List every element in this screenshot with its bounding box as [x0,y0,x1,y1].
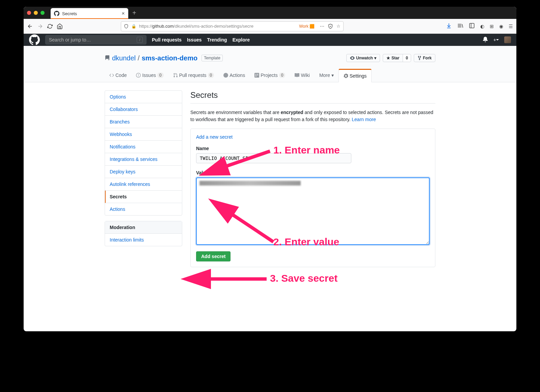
sidebar-item-webhooks[interactable]: Webhooks [105,128,182,141]
moderation-menu: Moderation Interaction limits [105,221,182,246]
moderation-heading: Moderation [105,221,182,234]
browser-window: Secrets ✕ + 🔒 https://github.com/dkundel… [24,7,516,331]
sidebar-item-autolink[interactable]: Autolink references [105,178,182,191]
back-button[interactable] [27,23,33,29]
secret-value-textarea[interactable] [196,177,430,245]
value-label: Value [196,170,430,175]
shield-icon [124,24,129,29]
search-placeholder: Search or jump to… [49,37,91,43]
tab-settings[interactable]: Settings [339,69,372,82]
page-actions-icon[interactable]: ⋯ [320,24,324,29]
bookmark-icon[interactable]: ☆ [336,24,341,29]
slash-icon: / [137,37,143,43]
extension-icon-2[interactable]: ⊞ [490,24,494,29]
tab-actions[interactable]: Actions [219,69,250,82]
browser-tabstrip: Secrets ✕ + [24,7,516,19]
close-window-icon[interactable] [27,11,31,15]
github-logo-icon[interactable] [29,34,40,45]
nav-explore[interactable]: Explore [233,37,250,43]
browser-tab[interactable]: Secrets ✕ [51,8,128,19]
nav-issues[interactable]: Issues [187,37,202,43]
settings-menu: Options Collaborators Branches Webhooks … [105,90,182,216]
secret-form: Add a new secret Name Value Add secret [190,129,435,267]
repo-head: dkundel / sms-action-demo Template Unwat… [24,46,516,82]
minimize-window-icon[interactable] [34,11,38,15]
add-secret-button[interactable]: Add secret [196,251,231,261]
reader-icon[interactable] [328,24,333,29]
notifications-icon[interactable] [483,37,488,43]
github-icon [54,11,59,16]
page-content: dkundel / sms-action-demo Template Unwat… [24,46,516,275]
github-header: Search or jump to… / Pull requests Issue… [24,34,516,46]
nav-pulls[interactable]: Pull requests [152,37,182,43]
learn-more-link[interactable]: Learn more [352,117,376,122]
star-button[interactable]: ★ Star0 [383,54,411,62]
sidebar-item-collaborators[interactable]: Collaborators [105,103,182,116]
sidebar-item-interaction-limits[interactable]: Interaction limits [105,234,182,246]
secret-name-input[interactable] [196,153,351,163]
page-title: Secrets [190,90,435,104]
sidebar-item-branches[interactable]: Branches [105,116,182,128]
sidebar-item-deploy-keys[interactable]: Deploy keys [105,166,182,178]
add-new-secret-link[interactable]: Add a new secret [196,134,430,140]
account-icon[interactable]: ◉ [499,24,503,29]
template-badge: Template [201,55,223,61]
avatar[interactable] [504,36,511,43]
container-badge: Work 🟧 [299,24,315,29]
extension-icon-1[interactable]: ◐ [480,24,484,29]
repo-name-link[interactable]: sms-action-demo [142,54,198,62]
menu-icon[interactable]: ☰ [509,24,513,29]
tab-projects[interactable]: Projects0 [250,69,290,82]
reload-button[interactable] [47,24,53,29]
new-tab-button[interactable]: + [132,9,136,17]
main-column: Secrets Secrets are environment variable… [190,90,435,267]
sidebar-item-integrations[interactable]: Integrations & services [105,153,182,166]
repo-tabs: Code Issues0 Pull requests0 Actions Proj… [105,69,435,82]
github-search-input[interactable]: Search or jump to… / [45,35,146,45]
address-bar[interactable]: 🔒 https://github.com/dkundel/sms-action-… [121,21,344,31]
name-label: Name [196,146,430,151]
sidebar-item-secrets[interactable]: Secrets [105,191,182,203]
repo-owner-link[interactable]: dkundel [112,54,136,62]
tab-more[interactable]: More ▾ [315,69,339,82]
close-tab-icon[interactable]: ✕ [122,11,125,16]
url-text: https://github.com/dkundel/sms-action-de… [139,24,253,29]
fork-button[interactable]: Fork [414,54,435,62]
tab-code[interactable]: Code [105,69,131,82]
page-description: Secrets are environment variables that a… [190,109,435,123]
sidebar-item-options[interactable]: Options [105,91,182,103]
forward-button [37,23,43,29]
window-controls[interactable] [27,11,45,15]
browser-toolbar: 🔒 https://github.com/dkundel/sms-action-… [24,19,516,34]
home-button[interactable] [57,23,63,29]
svg-rect-0 [469,23,474,28]
add-dropdown[interactable]: + [493,37,499,43]
redacted-value [199,181,301,186]
tab-wiki[interactable]: Wiki [290,69,314,82]
sidebar-item-notifications[interactable]: Notifications [105,141,182,153]
separator: / [138,54,140,62]
sidebar-icon[interactable] [469,23,475,30]
repo-title: dkundel / sms-action-demo Template Unwat… [105,54,435,62]
tab-title: Secrets [62,11,77,16]
repo-icon [105,55,110,61]
sidebar-item-actions[interactable]: Actions [105,203,182,215]
settings-sidebar: Options Collaborators Branches Webhooks … [105,90,182,252]
nav-trending[interactable]: Trending [207,37,227,43]
library-icon[interactable] [457,23,463,30]
browser-right-icons: ◐ ⊞ ◉ ☰ [446,23,513,30]
tab-issues[interactable]: Issues0 [131,69,168,82]
downloads-icon[interactable] [446,23,452,30]
tab-pulls[interactable]: Pull requests0 [168,69,219,82]
maximize-window-icon[interactable] [40,11,45,15]
github-nav: Pull requests Issues Trending Explore [152,37,250,43]
watch-button[interactable]: Unwatch ▾ [346,54,380,62]
lock-icon: 🔒 [131,24,136,29]
